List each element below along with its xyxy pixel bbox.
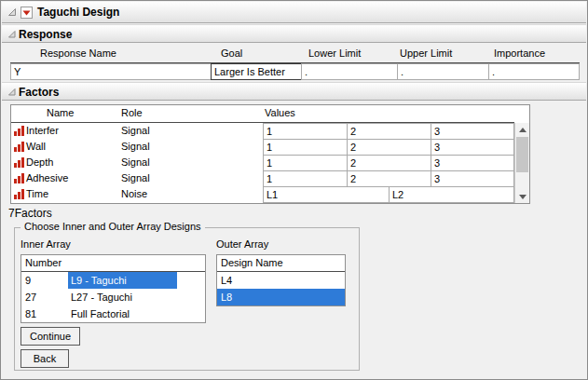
factor-name[interactable]: Depth <box>26 155 53 170</box>
column-header-values: Values <box>265 107 295 118</box>
inner-array-row[interactable]: 81 Full Factorial <box>21 305 205 322</box>
inner-array-design-name[interactable]: L27 - Taguchi <box>68 289 177 305</box>
factor-name[interactable]: Interfer <box>26 123 59 139</box>
factor-value-cell[interactable]: 2 <box>347 155 431 171</box>
importance-cell[interactable]: . <box>488 63 580 80</box>
factors-table: Name Role Values Interfer Signal 1 2 3 W… <box>10 104 530 204</box>
factor-value-cell[interactable]: 2 <box>347 170 431 187</box>
vertical-scrollbar[interactable] <box>514 123 529 203</box>
factor-row[interactable]: Wall Signal 1 2 3 <box>11 139 529 155</box>
factor-role[interactable]: Signal <box>121 139 150 155</box>
inner-array-label: Inner Array <box>21 238 71 250</box>
taguchi-design-window: Taguchi Design Response Response Name Go… <box>0 0 588 380</box>
disclosure-triangle-icon[interactable] <box>7 30 18 40</box>
factor-value-cell[interactable]: 3 <box>431 123 514 140</box>
bar-chart-icon <box>14 125 24 136</box>
factor-row[interactable]: Interfer Signal 1 2 3 <box>11 123 529 139</box>
outer-array-row[interactable]: L8 <box>217 289 345 305</box>
factor-value-cell[interactable]: 1 <box>263 155 348 171</box>
inner-array-design-name[interactable]: L9 - Taguchi <box>68 272 177 289</box>
bar-chart-icon <box>14 156 24 168</box>
factor-value-cell[interactable]: 1 <box>263 170 348 187</box>
factor-value-cell[interactable]: 3 <box>431 155 514 171</box>
disclosure-triangle-icon[interactable] <box>7 7 18 18</box>
window-title: Taguchi Design <box>37 2 119 23</box>
factor-value-cell[interactable]: 1 <box>263 139 348 156</box>
disclosure-triangle-icon[interactable] <box>7 88 18 98</box>
factor-value-cell[interactable]: 3 <box>431 170 514 187</box>
factor-value-cell[interactable]: 2 <box>347 139 431 156</box>
factor-role[interactable]: Noise <box>121 186 147 202</box>
factor-value-cell[interactable]: 3 <box>431 139 514 156</box>
factor-name[interactable]: Wall <box>26 139 46 155</box>
outer-array-list: Design Name L4 L8 <box>216 254 346 306</box>
inner-array-number: 9 <box>21 272 64 289</box>
section-title-factors: Factors <box>19 83 59 102</box>
scrollbar-thumb[interactable] <box>516 137 528 172</box>
inner-array-list: Number 9 L9 - Taguchi 27 L27 - Taguchi 8… <box>21 254 206 323</box>
inner-array-number: 81 <box>21 305 64 322</box>
column-header-goal: Goal <box>221 48 242 59</box>
bar-chart-icon <box>14 188 24 199</box>
response-name-cell[interactable]: Y <box>10 63 212 80</box>
array-design-groupbox: Choose Inner and Outer Array Designs Inn… <box>14 227 360 371</box>
goal-dropdown[interactable]: Larger Is Better <box>211 63 302 80</box>
scroll-down-button[interactable] <box>515 190 529 203</box>
inner-array-number: 27 <box>21 289 64 305</box>
factors-section-header[interactable]: Factors <box>2 82 586 101</box>
back-button[interactable]: Back <box>21 349 69 368</box>
outline-header-taguchi-design[interactable]: Taguchi Design <box>2 2 586 23</box>
bar-chart-icon <box>14 172 24 183</box>
bar-chart-icon <box>14 141 24 152</box>
column-header-lower-limit: Lower Limit <box>308 48 361 59</box>
inner-array-row[interactable]: 27 L27 - Taguchi <box>21 289 205 305</box>
factors-count-label: 7Factors <box>8 207 52 220</box>
upper-limit-cell[interactable]: . <box>397 63 489 80</box>
response-section-header[interactable]: Response <box>2 24 586 43</box>
factor-value-cell[interactable]: 1 <box>263 123 348 140</box>
scroll-up-button[interactable] <box>515 123 529 136</box>
inner-array-column-header: Number <box>21 255 205 272</box>
factor-role[interactable]: Signal <box>121 170 150 186</box>
factor-name[interactable]: Time <box>26 186 48 202</box>
column-header-upper-limit: Upper Limit <box>400 48 452 59</box>
factor-value-cell[interactable]: L2 <box>389 186 514 203</box>
outer-array-label: Outer Array <box>216 238 268 250</box>
section-title-response: Response <box>19 25 72 44</box>
red-triangle-menu-icon[interactable] <box>21 7 33 19</box>
factor-value-cell[interactable]: 2 <box>347 123 431 140</box>
outer-array-column-header: Design Name <box>217 255 345 272</box>
factor-name[interactable]: Adhesive <box>26 170 68 186</box>
column-header-name: Name <box>47 107 74 118</box>
column-header-importance: Importance <box>494 48 545 59</box>
column-header-response-name: Response Name <box>40 48 116 59</box>
factor-value-cell[interactable]: L1 <box>263 186 390 203</box>
continue-button[interactable]: Continue <box>21 327 80 346</box>
column-header-role: Role <box>121 107 143 118</box>
inner-array-design-name[interactable]: Full Factorial <box>68 305 177 322</box>
outer-array-row[interactable]: L4 <box>217 272 345 289</box>
factor-row[interactable]: Time Noise L1 L2 <box>11 186 529 202</box>
factor-row[interactable]: Adhesive Signal 1 2 3 <box>11 170 529 186</box>
lower-limit-cell[interactable]: . <box>301 63 398 80</box>
factor-row[interactable]: Depth Signal 1 2 3 <box>11 155 529 170</box>
groupbox-title: Choose Inner and Outer Array Designs <box>21 221 205 232</box>
inner-array-row[interactable]: 9 L9 - Taguchi <box>21 272 205 289</box>
factor-role[interactable]: Signal <box>121 123 150 139</box>
factor-role[interactable]: Signal <box>121 155 150 170</box>
